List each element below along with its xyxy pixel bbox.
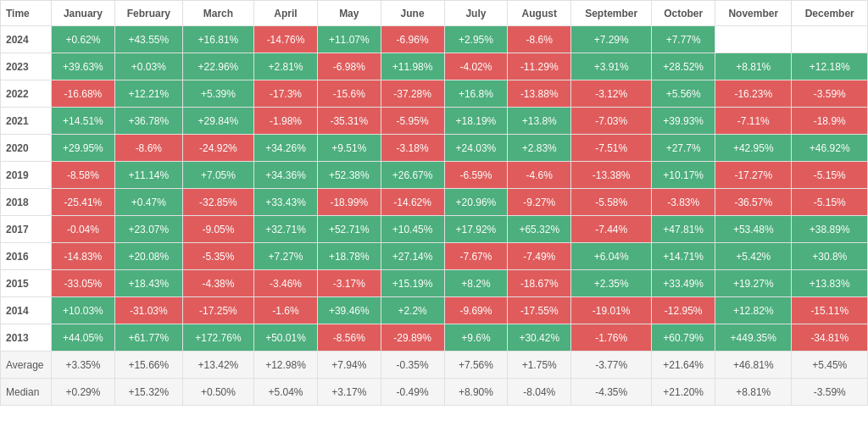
data-cell: +50.01% xyxy=(254,324,318,352)
table-row: 2024+0.62%+43.55%+16.81%-14.76%+11.07%-6… xyxy=(1,26,868,53)
average-cell: +13.42% xyxy=(182,352,253,379)
year-cell: 2015 xyxy=(1,270,52,297)
average-row: Average+3.35%+15.66%+13.42%+12.98%+7.94%… xyxy=(1,352,868,379)
data-cell: +0.03% xyxy=(114,53,182,80)
data-cell: +10.17% xyxy=(652,162,715,189)
data-cell: +0.62% xyxy=(52,26,115,53)
data-cell: -17.25% xyxy=(182,297,253,324)
data-cell: -12.95% xyxy=(652,297,715,324)
data-cell: +44.05% xyxy=(52,324,115,352)
average-cell: +1.75% xyxy=(508,352,571,379)
data-cell: -17.27% xyxy=(715,162,792,189)
data-cell: -5.35% xyxy=(182,243,253,270)
data-cell: -8.6% xyxy=(508,26,571,53)
data-cell: -5.95% xyxy=(381,108,444,135)
table-row: 2020+29.95%-8.6%-24.92%+34.26%+9.51%-3.1… xyxy=(1,135,868,162)
data-cell: +42.95% xyxy=(715,135,792,162)
average-cell: +21.64% xyxy=(652,352,715,379)
data-cell: -11.29% xyxy=(508,53,571,80)
data-cell: -9.27% xyxy=(508,189,571,216)
median-cell: +8.81% xyxy=(715,379,792,406)
column-header-july: July xyxy=(444,1,508,26)
column-header-june: June xyxy=(381,1,444,26)
data-cell: -3.46% xyxy=(254,270,318,297)
column-header-october: October xyxy=(652,1,715,26)
data-cell: +39.63% xyxy=(52,53,115,80)
data-cell: -3.59% xyxy=(792,80,868,108)
data-cell: +7.77% xyxy=(652,26,715,53)
returns-table: TimeJanuaryFebruaryMarchAprilMayJuneJuly… xyxy=(0,0,868,406)
data-cell: +43.55% xyxy=(114,26,182,53)
data-cell: -19.01% xyxy=(571,297,652,324)
data-cell: +2.95% xyxy=(444,26,508,53)
column-header-january: January xyxy=(52,1,115,26)
data-cell: +36.78% xyxy=(114,108,182,135)
table-row: 2016-14.83%+20.08%-5.35%+7.27%+18.78%+27… xyxy=(1,243,868,270)
data-cell: +2.35% xyxy=(571,270,652,297)
table-row: 2021+14.51%+36.78%+29.84%-1.98%-35.31%-5… xyxy=(1,108,868,135)
data-cell: +13.83% xyxy=(792,270,868,297)
data-cell: -13.38% xyxy=(571,162,652,189)
median-cell: +3.17% xyxy=(317,379,381,406)
data-cell: +33.43% xyxy=(254,189,318,216)
data-cell: +13.8% xyxy=(508,108,571,135)
data-cell xyxy=(715,26,792,53)
data-cell: +28.52% xyxy=(652,53,715,80)
data-cell: -0.04% xyxy=(52,216,115,243)
data-cell: +47.81% xyxy=(652,216,715,243)
data-cell: -15.6% xyxy=(317,80,381,108)
data-cell: -14.76% xyxy=(254,26,318,53)
data-cell: -18.99% xyxy=(317,189,381,216)
table-row: 2015-33.05%+18.43%-4.38%-3.46%-3.17%+15.… xyxy=(1,270,868,297)
data-cell: -7.03% xyxy=(571,108,652,135)
data-cell: -18.67% xyxy=(508,270,571,297)
data-cell: -9.05% xyxy=(182,216,253,243)
data-cell: -29.89% xyxy=(381,324,444,352)
data-cell: -8.6% xyxy=(114,135,182,162)
year-cell: 2013 xyxy=(1,324,52,352)
data-cell: +2.81% xyxy=(254,53,318,80)
data-cell: -34.81% xyxy=(792,324,868,352)
year-cell: 2023 xyxy=(1,53,52,80)
median-cell: +15.32% xyxy=(114,379,182,406)
data-cell: +14.51% xyxy=(52,108,115,135)
table-row: 2022-16.68%+12.21%+5.39%-17.3%-15.6%-37.… xyxy=(1,80,868,108)
data-cell: +172.76% xyxy=(182,324,253,352)
data-cell: -25.41% xyxy=(52,189,115,216)
data-cell: +18.43% xyxy=(114,270,182,297)
year-cell: 2018 xyxy=(1,189,52,216)
data-cell: -17.55% xyxy=(508,297,571,324)
year-cell: 2020 xyxy=(1,135,52,162)
data-cell: +29.95% xyxy=(52,135,115,162)
data-cell: +5.56% xyxy=(652,80,715,108)
data-cell: +12.82% xyxy=(715,297,792,324)
data-cell: -3.17% xyxy=(317,270,381,297)
data-cell: +38.89% xyxy=(792,216,868,243)
data-cell: +16.8% xyxy=(444,80,508,108)
data-cell: -24.92% xyxy=(182,135,253,162)
data-cell: +5.39% xyxy=(182,80,253,108)
data-cell: +65.32% xyxy=(508,216,571,243)
data-cell: -15.11% xyxy=(792,297,868,324)
data-cell: -13.88% xyxy=(508,80,571,108)
data-cell: -3.12% xyxy=(571,80,652,108)
year-cell: 2016 xyxy=(1,243,52,270)
data-cell: +20.08% xyxy=(114,243,182,270)
table-row: 2019-8.58%+11.14%+7.05%+34.36%+52.38%+26… xyxy=(1,162,868,189)
data-cell: -36.57% xyxy=(715,189,792,216)
data-cell: -5.58% xyxy=(571,189,652,216)
data-cell: -6.98% xyxy=(317,53,381,80)
data-cell: +12.18% xyxy=(792,53,868,80)
year-cell: 2021 xyxy=(1,108,52,135)
data-cell: -14.62% xyxy=(381,189,444,216)
table-row: 2017-0.04%+23.07%-9.05%+32.71%+52.71%+10… xyxy=(1,216,868,243)
data-cell: +39.46% xyxy=(317,297,381,324)
data-cell: +10.03% xyxy=(52,297,115,324)
average-cell: +7.56% xyxy=(444,352,508,379)
data-cell: -6.59% xyxy=(444,162,508,189)
median-cell: +5.04% xyxy=(254,379,318,406)
data-cell: +11.14% xyxy=(114,162,182,189)
average-cell: +15.66% xyxy=(114,352,182,379)
data-cell: -37.28% xyxy=(381,80,444,108)
data-cell: +7.29% xyxy=(571,26,652,53)
